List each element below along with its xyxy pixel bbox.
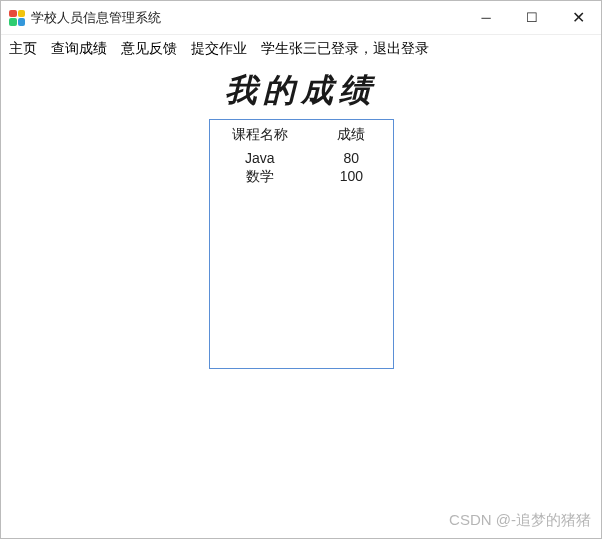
app-window: 学校人员信息管理系统 ─ ☐ ✕ 主页 查询成绩 意见反馈 提交作业 学生张三已…: [0, 0, 602, 539]
cell-score: 100: [310, 168, 392, 186]
menu-feedback[interactable]: 意见反馈: [121, 40, 177, 58]
page-title: 我的成绩: [225, 69, 377, 113]
cell-course: 数学: [210, 168, 311, 186]
table-row: 数学 100: [210, 168, 393, 186]
app-icon: [9, 10, 25, 26]
cell-course: Java: [210, 150, 311, 166]
menu-logout[interactable]: 学生张三已登录，退出登录: [261, 40, 429, 58]
close-button[interactable]: ✕: [555, 1, 601, 34]
window-title: 学校人员信息管理系统: [31, 9, 161, 27]
minimize-button[interactable]: ─: [463, 1, 509, 34]
table-row: Java 80: [210, 150, 393, 166]
header-score: 成绩: [310, 126, 392, 144]
header-course: 课程名称: [210, 126, 311, 144]
window-controls: ─ ☐ ✕: [463, 1, 601, 34]
menu-query-grades[interactable]: 查询成绩: [51, 40, 107, 58]
menu-home[interactable]: 主页: [9, 40, 37, 58]
menubar: 主页 查询成绩 意见反馈 提交作业 学生张三已登录，退出登录: [1, 35, 601, 63]
cell-score: 80: [310, 150, 392, 166]
titlebar: 学校人员信息管理系统 ─ ☐ ✕: [1, 1, 601, 35]
content-area: 我的成绩 课程名称 成绩 Java 80 数学 100: [1, 63, 601, 538]
menu-submit-homework[interactable]: 提交作业: [191, 40, 247, 58]
grades-header-row: 课程名称 成绩: [210, 126, 393, 144]
grades-panel: 课程名称 成绩 Java 80 数学 100: [209, 119, 394, 369]
maximize-button[interactable]: ☐: [509, 1, 555, 34]
